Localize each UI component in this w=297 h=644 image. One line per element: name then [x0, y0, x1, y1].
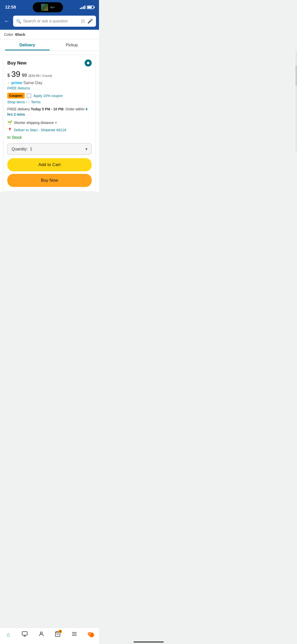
color-selection: Color: Black: [0, 30, 99, 39]
terms-link[interactable]: Terms: [31, 100, 41, 104]
audio-bars: [50, 6, 55, 9]
camera-scan-icon[interactable]: ⊡: [81, 18, 85, 24]
prime-check-icon: ✓: [7, 81, 10, 85]
prime-row: ✓ prime Same-Day: [7, 81, 92, 85]
coupon-badge: Coupon:: [7, 93, 25, 99]
coupon-apply-text[interactable]: Apply 10% coupon: [33, 94, 63, 98]
delivery-tabs: Delivery Pickup: [0, 39, 99, 51]
status-right: [80, 6, 94, 9]
delivery-info: FREE delivery Today 5 PM - 10 PM. Order …: [7, 107, 92, 117]
header: ← 🔍 Search or ask a question ⊡ 🎤: [0, 14, 99, 30]
coupon-checkbox[interactable]: [27, 93, 31, 98]
prime-label: prime: [11, 81, 22, 85]
in-stock-label: In Stock: [7, 135, 92, 140]
price-per-count: ($39.99 / Count): [28, 74, 52, 78]
radio-inner: [87, 62, 89, 64]
quantity-label: Quantity: 1: [12, 147, 32, 151]
content-area: Color: Black Delivery Pickup Buy New $ 3…: [0, 30, 99, 192]
quantity-selector[interactable]: Quantity: 1 ▾: [7, 143, 92, 155]
coupon-row: Coupon: Apply 10% coupon: [7, 93, 92, 99]
deliver-to-row[interactable]: 📍 Deliver to Staci - Shawnee 66216: [7, 127, 92, 132]
back-button[interactable]: ←: [3, 17, 11, 25]
battery-fill: [88, 6, 92, 8]
now-playing-thumbnail: [41, 4, 48, 11]
microphone-icon[interactable]: 🎤: [87, 18, 93, 24]
delivery-prefix: FREE delivery: [7, 107, 31, 111]
status-bar: 12:58: [0, 0, 99, 14]
color-value: Black: [15, 32, 25, 37]
leaf-icon: 🌱: [7, 120, 12, 125]
buy-new-title: Buy New: [7, 60, 26, 66]
color-label: Color:: [4, 32, 14, 37]
buy-now-button[interactable]: Buy Now: [7, 174, 92, 187]
battery-icon: [87, 6, 94, 9]
delivery-time: Today 5 PM - 10 PM: [31, 107, 63, 111]
tab-delivery[interactable]: Delivery: [5, 39, 50, 50]
delivery-suffix: . Order within: [63, 107, 85, 111]
add-to-cart-button[interactable]: Add to Cart: [7, 158, 92, 171]
price-cents: 99: [22, 73, 27, 78]
status-time: 12:58: [5, 5, 16, 10]
buy-box: Buy New $ 39 99 ($39.99 / Count) ✓ prime…: [3, 55, 96, 192]
shop-items-link[interactable]: Shop items ›: [7, 100, 27, 104]
deliver-to-text: Deliver to Staci - Shawnee 66216: [14, 128, 66, 132]
price-main: 39: [11, 70, 20, 78]
free-returns-link[interactable]: FREE Returns: [7, 86, 92, 90]
coupon-divider: |: [29, 100, 30, 104]
search-bar[interactable]: 🔍 Search or ask a question ⊡ 🎤: [13, 16, 96, 27]
coupon-links: Shop items › | Terms: [7, 100, 92, 104]
signal-strength-icon: [80, 6, 85, 9]
quantity-chevron-icon: ▾: [85, 147, 87, 151]
search-right-actions: ⊡ 🎤: [81, 18, 93, 24]
shipping-distance-row[interactable]: 🌱 Shorter shipping distance ▾: [7, 120, 92, 125]
search-icon: 🔍: [16, 19, 21, 24]
price-dollar-sign: $: [7, 73, 10, 78]
price-row: $ 39 99 ($39.99 / Count): [7, 70, 92, 78]
shipping-distance-label: Shorter shipping distance: [14, 121, 54, 125]
shipping-chevron-icon: ▾: [55, 121, 57, 124]
tab-pickup[interactable]: Pickup: [50, 39, 94, 50]
now-playing-pill: [33, 2, 63, 12]
buy-new-radio[interactable]: [85, 59, 92, 67]
buy-new-header: Buy New: [7, 59, 92, 67]
search-input[interactable]: Search or ask a question: [23, 19, 79, 23]
location-icon: 📍: [7, 127, 12, 132]
prime-same-day: Same-Day: [23, 81, 43, 85]
